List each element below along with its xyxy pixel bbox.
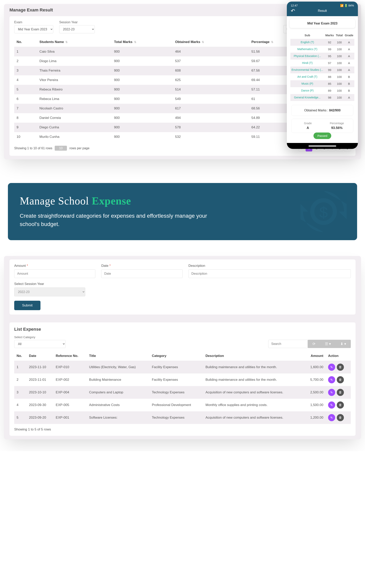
phone-sub: Hindi (T) — [290, 60, 324, 67]
exam-filter: Exam Mid Year Exam 2023 — [14, 20, 53, 33]
phone-cell: 88 — [324, 73, 335, 80]
back-icon[interactable]: ↶ — [291, 8, 295, 14]
phone-cell: 100 — [335, 80, 344, 87]
table-row: 42023-09-30EXP-005Administrative CostsPr… — [14, 399, 351, 411]
phone-cell: 100 — [335, 94, 344, 101]
cell: Building maintenance and utilities for t… — [203, 361, 304, 374]
cell: Acquisition of new computers and softwar… — [203, 386, 304, 399]
edit-button[interactable]: ✎ — [328, 364, 335, 371]
cell: 3 — [14, 386, 27, 399]
cell: Administrative Costs — [87, 399, 149, 411]
phone-cell: A — [344, 94, 354, 101]
cell: 900 — [112, 85, 173, 94]
date-input[interactable] — [101, 269, 182, 278]
phone-cell: B — [344, 80, 354, 87]
cell: 617 — [173, 104, 249, 113]
edit-button[interactable]: ✎ — [328, 401, 335, 409]
list-search-input[interactable] — [268, 340, 308, 348]
amount-label: Amount — [14, 264, 26, 268]
cell: 1,500.00 — [304, 399, 326, 411]
table-row: 32023-10-10EXP-004Computers and LaptopTe… — [14, 386, 351, 399]
cell: 537 — [173, 56, 249, 66]
cell: Building Maintenance — [87, 373, 149, 386]
year-filter: Session Year 2022-23 — [59, 20, 95, 33]
submit-button[interactable]: Submit — [14, 301, 41, 310]
phone-cell: A — [344, 67, 354, 73]
exam-filter-select[interactable]: Mid Year Exam 2023 — [14, 25, 53, 33]
amount-input[interactable] — [14, 269, 95, 278]
sort-icon[interactable]: ⇅ — [133, 41, 136, 44]
phone-title: Result — [318, 9, 327, 13]
phone-cell: 100 — [335, 67, 344, 73]
phone-row: Hindi (T)97100A — [290, 60, 354, 67]
action-cell: ✎🗑 — [326, 361, 351, 374]
exam-result-card: Manage Exam Result Exam Mid Year Exam 20… — [4, 4, 361, 159]
delete-button[interactable]: 🗑 — [337, 401, 344, 409]
cell: EXP-001 — [53, 411, 87, 424]
exam-col-header[interactable]: Students Name ⇅ — [37, 37, 112, 47]
list-col-header: Date — [27, 351, 54, 361]
list-export-button[interactable]: ⬇ ▾ — [336, 340, 351, 348]
sort-icon[interactable]: ⇅ — [269, 41, 274, 44]
phone-col: Total — [335, 32, 344, 39]
session-year-select[interactable]: 2022-23 — [14, 288, 85, 296]
banner-title: Manage School Expense — [20, 195, 345, 207]
phone-cell: 97 — [324, 60, 335, 67]
cell: 514 — [173, 85, 249, 94]
phone-cell: 89 — [324, 87, 335, 94]
cell: 1 — [14, 361, 27, 374]
sort-icon[interactable]: ⇅ — [200, 41, 204, 44]
phone-sub: Art and Craft (T) — [290, 73, 324, 80]
cell: 2 — [14, 373, 27, 386]
delete-button[interactable]: 🗑 — [337, 376, 344, 383]
grade-value: A — [294, 126, 321, 130]
phone-cell: 92 — [324, 39, 335, 46]
exam-col-header[interactable]: No. — [14, 37, 37, 47]
list-columns-button[interactable]: ☰ ▾ — [320, 340, 336, 348]
obtained-marks: Obtained Marks : 842/900 — [291, 105, 353, 116]
edit-button[interactable]: ✎ — [328, 389, 335, 396]
action-cell: ✎🗑 — [326, 399, 351, 411]
cell: Computers and Laptop — [87, 386, 149, 399]
cell: 608 — [173, 66, 249, 75]
phone-row: Physical Education (...95100A — [290, 53, 354, 60]
phone-sub: Physical Education (... — [290, 53, 324, 60]
table-row: 52023-09-20EXP-001Software Licenses:Tech… — [14, 411, 351, 424]
delete-button[interactable]: 🗑 — [337, 364, 344, 371]
phone-row: Dance (P)89100B — [290, 87, 354, 94]
phone-cell: 100 — [335, 87, 344, 94]
phone-cell: A — [344, 53, 354, 60]
table-row: 22023-11-01EXP-002Building MaintenanceFa… — [14, 373, 351, 386]
cell: Facility Expenses — [149, 361, 203, 374]
year-filter-select[interactable]: 2022-23 — [59, 25, 95, 33]
cell: 1,200.00 — [304, 411, 326, 424]
cell: 900 — [112, 123, 173, 132]
delete-button[interactable]: 🗑 — [337, 389, 344, 396]
edit-button[interactable]: ✎ — [328, 414, 335, 421]
sort-icon[interactable]: ⇅ — [64, 41, 68, 44]
edit-button[interactable]: ✎ — [328, 376, 335, 383]
phone-preview: 12:47 📶 🔋 84% ↶ Result Mid Year Exam 202… — [287, 2, 358, 149]
exam-col-header[interactable]: Total Marks ⇅ — [112, 37, 173, 47]
phone-cell: 98 — [324, 94, 335, 101]
list-refresh-button[interactable]: ⟳ — [308, 340, 320, 348]
category-select[interactable]: All — [14, 340, 65, 348]
phone-row: Music (P)85100B — [290, 80, 354, 87]
cell: 9 — [14, 123, 37, 132]
rows-per-page[interactable]: 10 — [55, 146, 67, 151]
action-cell: ✎🗑 — [326, 373, 351, 386]
phone-summary: Grade A Percentage 93.56% — [291, 119, 353, 133]
exam-col-header[interactable]: Obtained Marks ⇅ — [173, 37, 249, 47]
cell: 900 — [112, 47, 173, 57]
cell: Rebeca Ribeiro — [37, 85, 112, 94]
desc-input[interactable] — [189, 269, 351, 278]
phone-time: 12:47 — [291, 4, 298, 7]
cell: 900 — [112, 56, 173, 66]
cell: 7 — [14, 104, 37, 113]
delete-button[interactable]: 🗑 — [337, 414, 344, 421]
cell: 900 — [112, 75, 173, 85]
cell: 2023-10-10 — [27, 386, 54, 399]
cell: Building maintenance and utilities for t… — [203, 373, 304, 386]
phone-cell: A — [344, 60, 354, 67]
cell: 2023-09-30 — [27, 399, 54, 411]
